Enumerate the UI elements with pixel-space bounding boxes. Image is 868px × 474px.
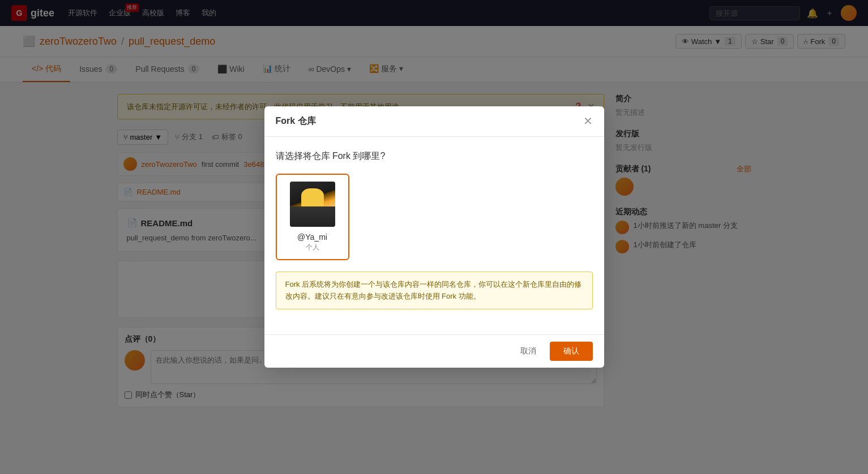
modal-overlay[interactable]: Fork 仓库 ✕ 请选择将仓库 Fork 到哪里? @Ya_mi 个人: [0, 0, 868, 419]
modal-header: Fork 仓库 ✕: [264, 106, 604, 137]
modal-footer: 取消 确认: [264, 334, 604, 368]
fork-info-text: Fork 后系统将为你创建一个与该仓库内容一样的同名仓库，你可以在这个新仓库里自…: [285, 280, 582, 300]
modal-subtitle: 请选择将仓库 Fork 到哪里?: [276, 150, 593, 162]
fork-options: @Ya_mi 个人: [276, 174, 593, 260]
confirm-button[interactable]: 确认: [550, 342, 593, 361]
modal-title: Fork 仓库: [276, 115, 316, 127]
fork-info-box: Fork 后系统将为你创建一个与该仓库内容一样的同名仓库，你可以在这个新仓库里自…: [276, 272, 593, 310]
fork-option-avatar: [290, 182, 335, 227]
fork-option-name: @Ya_mi: [284, 232, 341, 242]
fork-option-personal[interactable]: @Ya_mi 个人: [276, 174, 349, 260]
fork-option-type: 个人: [284, 243, 341, 252]
fork-modal: Fork 仓库 ✕ 请选择将仓库 Fork 到哪里? @Ya_mi 个人: [264, 106, 604, 368]
modal-body: 请选择将仓库 Fork 到哪里? @Ya_mi 个人 Fork 后系统将为你创建…: [264, 137, 604, 335]
modal-close-button[interactable]: ✕: [583, 115, 593, 127]
cancel-button[interactable]: 取消: [514, 343, 543, 360]
